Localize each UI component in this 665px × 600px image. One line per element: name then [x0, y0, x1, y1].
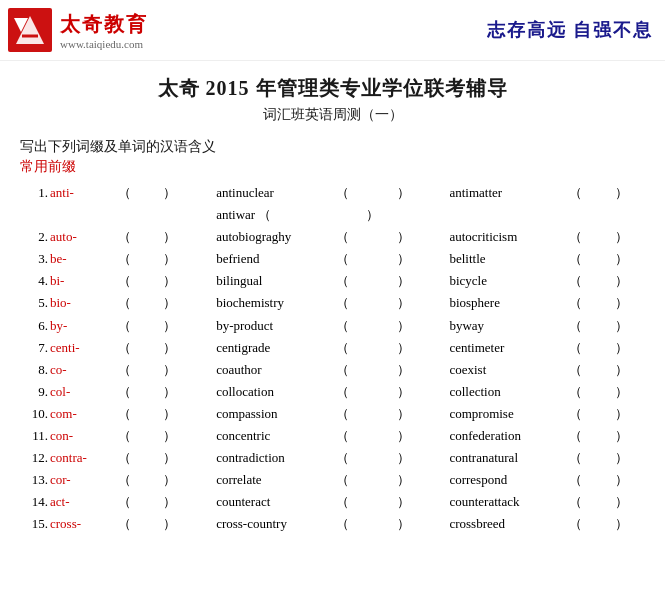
gap-2 [366, 447, 396, 469]
paren-close-2: ） [397, 381, 427, 403]
prefix-text: cross- [50, 516, 81, 531]
sep-1 [194, 403, 217, 425]
sep-1 [194, 182, 217, 204]
sep-2 [427, 491, 450, 513]
paren-close-2: ） [397, 337, 427, 359]
paren-open-2: （ [336, 359, 366, 381]
paren-close-1: ） [163, 315, 193, 337]
gap-2 [366, 248, 396, 270]
logo-area: 太奇教育 www.taiqiedu.com [8, 8, 148, 52]
word2: biochemistry [216, 292, 336, 314]
sub-title: 词汇班英语周测（一） [0, 106, 665, 124]
sep-2 [427, 359, 450, 381]
word3: collection [449, 381, 569, 403]
extra-gap [336, 204, 366, 226]
sep-1 [194, 359, 217, 381]
paren-close-3: ） [615, 270, 645, 292]
paren-open-1: （ [118, 226, 148, 248]
prefix-text: con- [50, 428, 73, 443]
paren-close-1: ） [163, 337, 193, 359]
gap-2 [366, 182, 396, 204]
row-number: 4. [20, 270, 50, 292]
table-row: 6.by-（ ） by-product（ ） byway（ ） [20, 315, 645, 337]
paren-open-1: （ [118, 403, 148, 425]
paren-open-3: （ [569, 248, 599, 270]
paren-close-1: ） [163, 270, 193, 292]
paren-open-3: （ [569, 469, 599, 491]
word3: contranatural [449, 447, 569, 469]
sep-1 [194, 381, 217, 403]
paren-close-1: ） [163, 469, 193, 491]
paren-close-3: ） [615, 359, 645, 381]
row-number: 8. [20, 359, 50, 381]
paren-close-3: ） [615, 447, 645, 469]
paren-close-3: ） [615, 248, 645, 270]
prefix-cell: col- [50, 381, 118, 403]
paren-close-1: ） [163, 425, 193, 447]
paren-close-3: ） [615, 403, 645, 425]
gap-3 [600, 315, 615, 337]
paren-open-1: （ [118, 248, 148, 270]
paren-open-2: （ [336, 248, 366, 270]
gap-1 [148, 337, 163, 359]
header: 太奇教育 www.taiqiedu.com 志存高远 自强不息 [0, 0, 665, 61]
paren-open-2: （ [336, 182, 366, 204]
paren-close-1: ） [163, 403, 193, 425]
sep-2 [427, 315, 450, 337]
word2: collocation [216, 381, 336, 403]
prefix-text: co- [50, 362, 67, 377]
word3: belittle [449, 248, 569, 270]
extra-s1 [194, 204, 217, 226]
word3: correspond [449, 469, 569, 491]
paren-open-1: （ [118, 315, 148, 337]
gap-1 [148, 381, 163, 403]
gap-2 [366, 270, 396, 292]
paren-close-1: ） [163, 226, 193, 248]
extra-g1 [148, 204, 163, 226]
vocab-table: 1.anti-（ ） antinuclear（ ） antimatter（ ）a… [20, 182, 645, 536]
word2: correlate [216, 469, 336, 491]
row-number: 9. [20, 381, 50, 403]
sep-1 [194, 469, 217, 491]
paren-open-2: （ [336, 491, 366, 513]
paren-close-2: ） [397, 315, 427, 337]
paren-open-2: （ [336, 315, 366, 337]
word2: bilingual [216, 270, 336, 292]
gap-2 [366, 513, 396, 535]
gap-2 [366, 425, 396, 447]
table-row: 4.bi-（ ） bilingual（ ） bicycle（ ） [20, 270, 645, 292]
paren-open-3: （ [569, 359, 599, 381]
extra-p1 [118, 204, 148, 226]
prefix-text: contra- [50, 450, 87, 465]
word2: compassion [216, 403, 336, 425]
paren-close-1: ） [163, 491, 193, 513]
paren-close-3: ） [615, 226, 645, 248]
gap-3 [600, 425, 615, 447]
word3: centimeter [449, 337, 569, 359]
prefix-cell: contra- [50, 447, 118, 469]
sep-2 [427, 337, 450, 359]
gap-2 [366, 491, 396, 513]
prefix-text: by- [50, 318, 67, 333]
gap-3 [600, 292, 615, 314]
paren-open-2: （ [336, 226, 366, 248]
gap-3 [600, 403, 615, 425]
paren-open-1: （ [118, 292, 148, 314]
word3: crossbreed [449, 513, 569, 535]
prefix-cell: com- [50, 403, 118, 425]
paren-close-2: ） [397, 226, 427, 248]
gap-3 [600, 513, 615, 535]
extra-prefix [50, 204, 118, 226]
word2: autobiograghy [216, 226, 336, 248]
prefix-cell: be- [50, 248, 118, 270]
paren-close-3: ） [615, 182, 645, 204]
table-row: 9.col-（ ） collocation（ ） collection（ ） [20, 381, 645, 403]
gap-1 [148, 226, 163, 248]
row-number: 12. [20, 447, 50, 469]
prefix-text: act- [50, 494, 69, 509]
table-row: 2.auto-（ ） autobiograghy（ ） autocriticis… [20, 226, 645, 248]
paren-open-3: （ [569, 315, 599, 337]
paren-open-2: （ [336, 513, 366, 535]
sep-1 [194, 270, 217, 292]
paren-close-1: ） [163, 513, 193, 535]
